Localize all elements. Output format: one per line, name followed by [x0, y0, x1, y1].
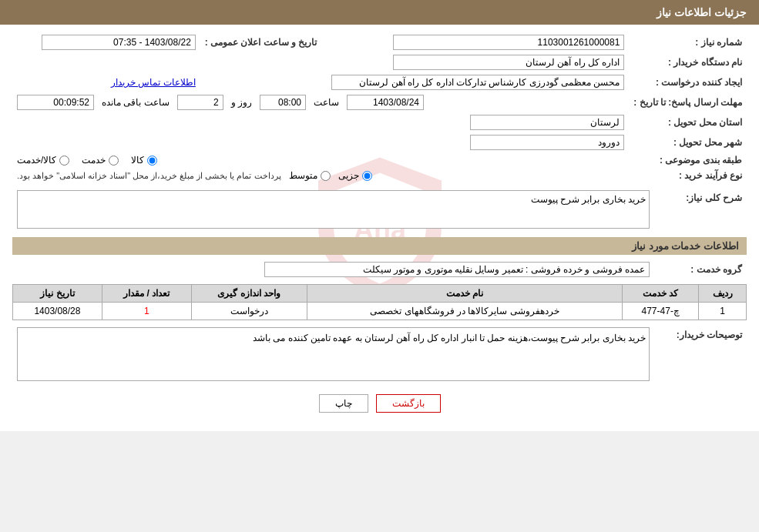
- col-radif: ردیف: [699, 285, 747, 303]
- col-date: تاریخ نیاز: [13, 285, 102, 303]
- saat-value: 08:00: [260, 95, 306, 110]
- col-count: تعداد / مقدار: [102, 285, 191, 303]
- radio-kala-input[interactable]: [147, 156, 157, 166]
- roz-value: 2: [177, 95, 223, 110]
- cell-name: خردهفروشی سایرکالاها در فروشگاههای تخصصی: [307, 303, 623, 320]
- radio-jozei: جزیی: [338, 170, 372, 181]
- tarikh-value: 1403/08/22 - 07:35: [42, 35, 196, 50]
- page-title: جزئیات اطلاعات نیاز: [657, 6, 747, 18]
- shomara-niaz-label: شماره نیاز :: [629, 32, 747, 52]
- tamas-khardar-link[interactable]: اطلاعات تماس خریدار: [111, 77, 196, 88]
- motoset-label: متوسط: [289, 170, 317, 181]
- services-table: ردیف کد خدمت نام خدمت واحد اندازه گیری ت…: [12, 284, 747, 320]
- ostan-value: لرستان: [470, 115, 624, 130]
- radio-motoset: متوسط: [289, 170, 331, 181]
- print-button[interactable]: چاپ: [319, 394, 368, 413]
- ijad-label: ایجاد کننده درخواست :: [629, 72, 747, 92]
- jozei-label: جزیی: [338, 170, 359, 181]
- col-code: کد خدمت: [623, 285, 699, 303]
- cell-count: 1: [102, 303, 191, 320]
- grooh-label: گروه خدمت :: [654, 259, 747, 279]
- mohlat-label: مهلت ارسال پاسخ: تا تاریخ :: [629, 92, 747, 112]
- baqi-label: ساعت باقی مانده: [102, 97, 170, 108]
- table-row: 1 چ-47-477 خردهفروشی سایرکالاها در فروشگ…: [13, 303, 747, 320]
- roz-label: روز و: [231, 97, 252, 108]
- grooh-value: عمده فروشی و خرده فروشی : تعمیر وسایل نق…: [264, 262, 650, 277]
- ijad-value: محسن معظمی گودرزی کارشناس تدارکات اداره …: [331, 75, 624, 90]
- nam-dastgah-value: اداره کل راه آهن لرستان: [393, 55, 624, 70]
- ostan-label: استان محل تحویل :: [629, 112, 747, 132]
- sharh-label: شرح کلی نیاز:: [654, 188, 747, 231]
- cell-unit: درخواست: [191, 303, 307, 320]
- nam-dastgah-label: نام دستگاه خریدار :: [629, 52, 747, 72]
- nooe-desc: پرداخت تمام یا بخشی از مبلغ خرید،از محل …: [17, 171, 281, 181]
- radio-kala-khedmat: کالا/خدمت: [17, 155, 69, 166]
- shahr-value: دورود: [470, 135, 624, 150]
- tabaqe-label: طبقه بندی موضوعی :: [629, 152, 747, 168]
- tawsif-value: خرید بخاری برابر شرح پیوست،هزینه حمل تا …: [17, 327, 650, 381]
- baqi-value: 00:09:52: [17, 95, 94, 110]
- shomara-niaz-value: 1103001261000081: [393, 35, 624, 50]
- back-button[interactable]: بازگشت: [376, 394, 441, 413]
- radio-motoset-input[interactable]: [321, 171, 331, 181]
- sharh-value: خرید بخاری برابر شرح پیوست: [17, 190, 650, 229]
- cell-radif: 1: [699, 303, 747, 320]
- radio-kala-khedmat-input[interactable]: [59, 156, 69, 166]
- radio-kala: کالا: [131, 155, 157, 166]
- radio-khedmat-input[interactable]: [109, 156, 119, 166]
- kala-label: کالا: [131, 155, 144, 166]
- saat-label: ساعت: [314, 97, 339, 108]
- col-name: نام خدمت: [307, 285, 623, 303]
- khedmat-label: خدمت: [82, 155, 106, 166]
- radio-khedmat: خدمت: [82, 155, 119, 166]
- button-row: بازگشت چاپ: [12, 394, 747, 413]
- cell-code: چ-47-477: [623, 303, 699, 320]
- kala-khedmat-label: کالا/خدمت: [17, 155, 56, 166]
- col-unit: واحد اندازه گیری: [191, 285, 307, 303]
- tawsif-label: توصیحات خریدار:: [654, 325, 747, 383]
- cell-date: 1403/08/28: [13, 303, 102, 320]
- khadamat-header: اطلاعات خدمات مورد نیاز: [12, 237, 747, 255]
- nooe-label: نوع فرآیند خرید :: [629, 168, 747, 183]
- shahr-label: شهر محل تحویل :: [629, 132, 747, 152]
- page-header: جزئیات اطلاعات نیاز: [0, 0, 759, 25]
- radio-jozei-input[interactable]: [362, 171, 372, 181]
- tarikh-label: تاریخ و ساعت اعلان عمومی :: [200, 32, 322, 52]
- mohlat-date-value: 1403/08/24: [347, 95, 424, 110]
